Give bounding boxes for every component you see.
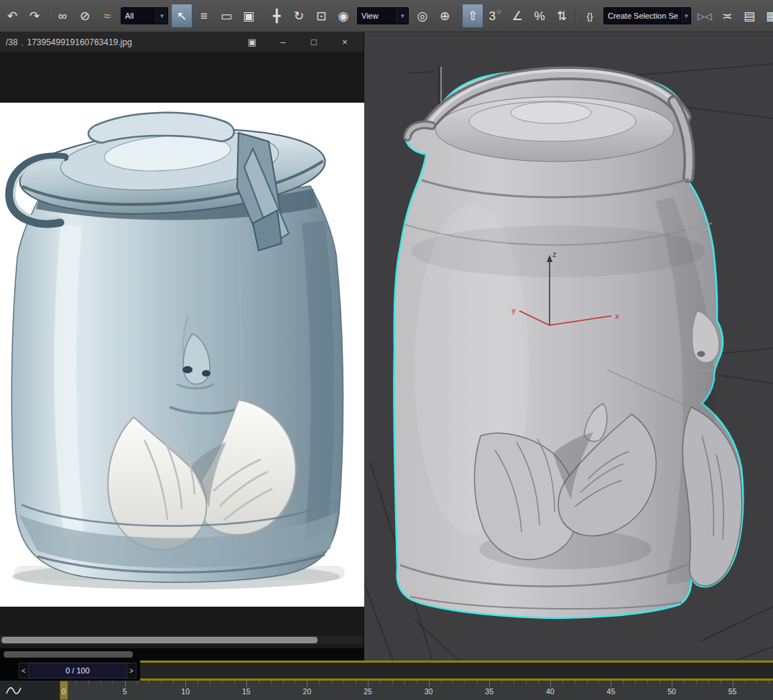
axis-z-label: z — [552, 251, 556, 258]
previous-frame-button[interactable]: < — [19, 663, 29, 678]
3dsmax-window: ↶ ↷ ∞ ⊘ ≈ All ▼ ↖ ≡ ▭ ▣ ╋ ↻ ⊡ ◉ View ▼ ◎… — [0, 0, 773, 700]
title-mark: , — [22, 39, 24, 47]
toolbar-separator — [573, 4, 578, 28]
maximize-icon: □ — [311, 37, 317, 47]
image-scrollbar-thumb[interactable] — [1, 637, 318, 643]
snaps-toggle-button[interactable]: 3 ∪ — [484, 4, 506, 28]
selection-filter-dropdown[interactable]: All ▼ — [121, 7, 168, 24]
chevron-down-icon: ▼ — [397, 8, 408, 24]
pin-icon: ▣ — [248, 37, 256, 47]
undo-button[interactable]: ↶ — [1, 4, 23, 28]
grid-table-icon: ▦ — [766, 10, 773, 22]
pivot-center-icon: ◎ — [417, 10, 428, 22]
axis-y-label: y — [512, 307, 516, 314]
frame-counter-text: 0 / 100 — [65, 666, 90, 675]
layer-explorer-button[interactable]: ▤ — [739, 4, 760, 28]
curve-icon — [6, 685, 22, 696]
milk-can-model[interactable] — [394, 70, 743, 618]
edit-named-selection-sets-button[interactable]: {} — [579, 4, 601, 28]
angle-snap-button[interactable]: ∠ — [506, 4, 528, 28]
axis-x-label: x — [615, 312, 619, 320]
minimize-button[interactable]: – — [273, 34, 293, 50]
maximize-button[interactable]: □ — [304, 34, 324, 50]
redo-icon: ↷ — [29, 10, 40, 22]
braces-icon: {} — [587, 11, 593, 21]
perspective-viewport[interactable]: x y z — [364, 32, 773, 661]
space-warp-icon: ≈ — [103, 10, 110, 22]
image-filename: 1739549919160763419.jpg — [27, 37, 131, 47]
image-counter: /38 — [6, 37, 18, 47]
percent-snap-icon: % — [534, 10, 545, 22]
scene-explorer-button[interactable]: ▦ — [761, 4, 773, 28]
image-window-title: /38 , 1739549919160763419.jpg — [6, 37, 132, 47]
image-window-titlebar[interactable]: /38 , 1739549919160763419.jpg ▣ – □ × — [0, 32, 364, 52]
tick-label: 45 — [607, 687, 616, 696]
track-bar[interactable]: 0 5 10 15 20 25 30 35 40 45 50 55 — [0, 681, 773, 700]
close-icon: × — [342, 37, 348, 47]
select-and-link-button[interactable]: ∞ — [52, 4, 73, 28]
previous-frame-icon: < — [22, 667, 26, 675]
reference-coordinate-system-dropdown[interactable]: View ▼ — [357, 7, 409, 24]
toolbar-separator — [456, 4, 461, 28]
tick-label: 10 — [181, 687, 190, 696]
current-frame-display[interactable]: 0 / 100 — [29, 663, 126, 678]
bind-to-space-warp-button[interactable]: ≈ — [96, 4, 118, 28]
use-pivot-point-center-button[interactable]: ◎ — [412, 4, 433, 28]
pin-window-button[interactable]: ▣ — [242, 34, 262, 50]
window-crossing-button[interactable]: ▣ — [238, 4, 259, 28]
named-selection-sets-dropdown[interactable]: Create Selection Se ▼ — [603, 7, 691, 24]
magnet-icon: ∪ — [496, 9, 501, 15]
open-mini-curve-editor-button[interactable] — [4, 683, 23, 698]
rectangular-selection-region-button[interactable]: ▭ — [216, 4, 237, 28]
spinner-snap-icon: ⇅ — [557, 10, 567, 22]
select-and-move-button[interactable]: ╋ — [266, 4, 287, 28]
spinner-snap-button[interactable]: ⇅ — [551, 4, 573, 28]
rotate-icon: ↻ — [294, 10, 304, 22]
marquee-rect-icon: ▭ — [221, 10, 232, 22]
tick-label: 0 — [62, 687, 66, 696]
shortcut-override-icon: ⇧ — [468, 10, 478, 22]
reference-image-window[interactable]: /38 , 1739549919160763419.jpg ▣ – □ × — [0, 32, 364, 648]
next-frame-button[interactable]: > — [126, 663, 136, 678]
time-slider-track[interactable] — [140, 661, 773, 681]
scale-icon: ⊡ — [316, 10, 326, 22]
list-icon: ≡ — [200, 10, 208, 22]
percent-snap-button[interactable]: % — [529, 4, 550, 28]
tick-label: 55 — [728, 687, 737, 696]
select-and-place-button[interactable]: ◉ — [333, 4, 354, 28]
move-icon: ╋ — [273, 10, 280, 22]
select-object-button[interactable]: ↖ — [171, 4, 193, 28]
toolbar-separator — [46, 4, 51, 28]
keyboard-shortcut-override-button[interactable]: ⇧ — [462, 4, 483, 28]
manipulate-icon: ⊕ — [440, 10, 450, 22]
tick-label: 35 — [485, 687, 494, 696]
snap-3d-icon: 3 — [489, 10, 495, 22]
unlink-icon: ⊘ — [80, 10, 90, 22]
named-selection-set-value: Create Selection Se — [604, 8, 682, 24]
align-button[interactable]: ≍ — [716, 4, 738, 28]
tick-label: 30 — [425, 687, 433, 696]
pan-scrollbar[interactable] — [0, 648, 364, 661]
next-frame-icon: > — [129, 667, 134, 675]
select-and-scale-button[interactable]: ⊡ — [310, 4, 332, 28]
tick-label: 15 — [242, 687, 251, 696]
select-by-name-button[interactable]: ≡ — [193, 4, 215, 28]
angle-snap-icon: ∠ — [512, 10, 522, 22]
select-and-rotate-button[interactable]: ↻ — [288, 4, 310, 28]
reference-photo — [0, 103, 364, 607]
close-button[interactable]: × — [335, 34, 355, 50]
select-and-manipulate-button[interactable]: ⊕ — [434, 4, 455, 28]
redo-button[interactable]: ↷ — [24, 4, 45, 28]
unlink-selection-button[interactable]: ⊘ — [74, 4, 96, 28]
pan-scrollbar-thumb[interactable] — [4, 651, 133, 658]
time-slider-handle[interactable]: < 0 / 100 > — [19, 663, 136, 678]
tick-label: 5 — [123, 687, 127, 696]
select-cursor-icon: ↖ — [177, 10, 187, 22]
mirror-icon: ▷◁ — [698, 11, 712, 21]
main-toolbar: ↶ ↷ ∞ ⊘ ≈ All ▼ ↖ ≡ ▭ ▣ ╋ ↻ ⊡ ◉ View ▼ ◎… — [0, 0, 773, 32]
link-icon: ∞ — [58, 10, 67, 22]
track-bar-major-ticks — [64, 681, 773, 687]
mirror-button[interactable]: ▷◁ — [694, 4, 716, 28]
image-horizontal-scrollbar[interactable] — [0, 635, 364, 645]
viewport-canvas: x y z — [364, 32, 773, 661]
